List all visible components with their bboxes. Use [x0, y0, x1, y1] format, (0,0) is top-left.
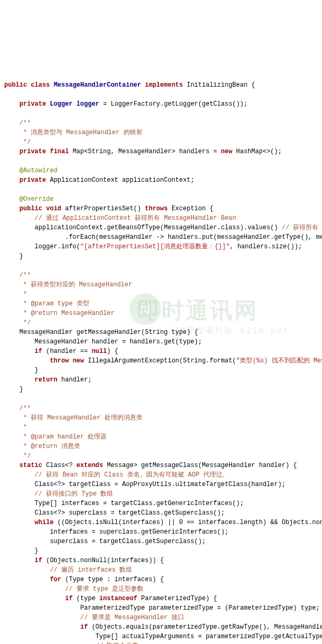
kw-implements: implements: [145, 81, 183, 89]
if-inst-b: ParameterizedType) {: [137, 595, 217, 602]
comment-param-type: * @param type 类型: [4, 300, 89, 307]
kw-final: final: [50, 148, 69, 155]
str-loginfo: "[afterPropertiesSet][消息处理器数量：{}]": [80, 243, 230, 250]
comment-getall: // 获得所有 MessageHandler Bean: [282, 224, 322, 231]
kw-new: new: [221, 148, 233, 155]
kw-if: if: [80, 623, 88, 631]
throw-iae-a: IllegalArgumentException(String.format(: [84, 357, 236, 365]
kw-return: return: [35, 376, 58, 384]
while-body2: superclass = targetClass.getSuperclass()…: [4, 538, 206, 545]
loginfo-a: logger.info(: [4, 243, 80, 250]
comment-close: */: [4, 452, 31, 460]
kw-if: if: [35, 557, 42, 564]
if-cond: (handler ==: [42, 348, 92, 355]
comment-getbeanclass: // 获得 Bean 对应的 Class 类名。因为有可能被 AOP 代理过。: [35, 471, 229, 479]
comment-close: */: [4, 319, 31, 326]
class-name: MessageHandlerContainer: [54, 81, 141, 89]
annotation-override: @Override: [20, 195, 54, 203]
comment-mapping: * 消息类型与 MessageHandler 的映射: [4, 129, 143, 136]
line-getbeans: applicationContext.getBeansOfType(Messag…: [4, 224, 282, 231]
comment-return-mh: * @return MessageHandler: [4, 310, 115, 317]
getmh-sig: MessageHandler getMessageHandler(String …: [4, 329, 198, 336]
kw-throw: throw: [50, 357, 69, 365]
comment-req-generic: // 要求 type 是泛型参数: [65, 585, 144, 593]
kw-void: void: [46, 205, 61, 212]
while-body1: interfaces = superclass.getGenericInterf…: [4, 528, 229, 536]
logger-assign: = LoggerFactory.getLogger(getClass());: [99, 100, 248, 108]
getmc-sig-a: Class<?: [42, 462, 77, 469]
if-equals: (Objects.equals(parameterizedType.getRaw…: [88, 623, 322, 631]
appctx-decl: ApplicationContext applicationContext;: [46, 176, 194, 184]
kw-private: private: [20, 100, 46, 108]
comment-close: */: [4, 138, 31, 146]
kw-instanceof: instanceof: [99, 595, 137, 602]
kw-class: class: [31, 81, 50, 89]
return-handler: handler;: [58, 376, 92, 384]
hashmap-tail: HashMap<>();: [236, 148, 281, 155]
kw-public: public: [4, 81, 27, 89]
line-targetclass: Class<?> targetClass = AopProxyUtils.ult…: [4, 481, 286, 488]
comment-req-mh: // 要求是 MessageHandler 接口: [80, 614, 184, 621]
afterprops-sig: afterPropertiesSet(): [61, 205, 145, 212]
kw-public: public: [20, 205, 42, 212]
if-tail: ) {: [107, 348, 118, 355]
comment-star: *: [4, 424, 27, 431]
line-actualargs: Type[] actualTypeArguments = parameteriz…: [4, 633, 322, 640]
kw-private: private: [20, 148, 46, 155]
loginfo-b: , handlers.size());: [230, 243, 302, 250]
exception: Exception {: [172, 205, 213, 212]
kw-new: new: [73, 357, 84, 365]
kw-if: if: [65, 595, 72, 602]
line-interfaces: Type[] interfaces = targetClass.getGener…: [4, 500, 244, 507]
for-head: (Type type : interfaces) {: [61, 576, 164, 583]
comment-afterprops1: // 通过 ApplicationContext 获得所有 MessageHan…: [35, 214, 236, 222]
code-block: public class MessageHandlerContainer imp…: [4, 80, 318, 644]
kw-extends: extends: [77, 462, 103, 469]
kw-static: static: [20, 462, 42, 469]
kw-if: if: [35, 348, 42, 355]
line-superclass: Class<?> superclass = targetClass.getSup…: [4, 509, 225, 517]
comment-iter: // 遍历 interfaces 数组: [50, 566, 132, 574]
str-notfound: "类型(%s) 找不到匹配的 MessageHandler 处理器": [236, 357, 322, 365]
field-logger: logger: [77, 100, 99, 108]
annotation-autowired: @Autowired: [20, 167, 58, 174]
kw-private: private: [20, 176, 46, 184]
comment-getmc1: * 获得 MessageHandler 处理的消息类: [4, 414, 143, 422]
if-inst-a: (type: [73, 595, 99, 602]
comment-open: /**: [20, 405, 31, 412]
comment-return-msg: * @return 消息类: [4, 443, 80, 450]
handlers-decl: Map<String, MessageHandler> handlers =: [69, 148, 221, 155]
while-cond: ((Objects.isNull(interfaces) || 0 == int…: [54, 519, 322, 526]
line-ptype: ParameterizedType parameterizedType = (P…: [4, 604, 320, 612]
comment-open: /**: [20, 272, 31, 279]
comment-getintf: // 获得接口的 Type 数组: [35, 490, 113, 498]
getmc-sig-b: Message> getMessageClass(MessageHandler …: [103, 462, 297, 469]
kw-null: null: [92, 348, 107, 355]
kw-for: for: [50, 576, 61, 583]
line-foreach: .forEach(messageHandler -> handlers.put(…: [4, 234, 322, 241]
type-logger: Logger: [50, 100, 72, 108]
comment-star: *: [4, 291, 27, 298]
comment-param-handler: * @param handler 处理器: [4, 433, 107, 441]
getmh-body1: MessageHandler handler = handlers.get(ty…: [4, 338, 202, 346]
comment-open: /**: [20, 119, 31, 127]
kw-while: while: [35, 519, 54, 526]
interface-name: InitializingBean: [187, 81, 248, 89]
if-nn: (Objects.nonNull(interfaces)) {: [42, 557, 164, 564]
kw-throws: throws: [145, 205, 167, 212]
comment-getmh1: * 获得类型对应的 MessageHandler: [4, 281, 132, 288]
